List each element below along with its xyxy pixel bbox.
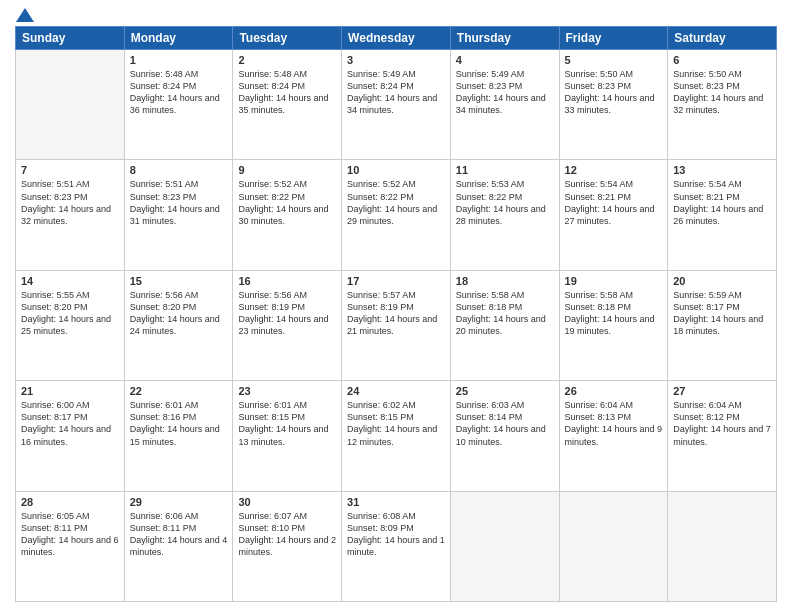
svg-marker-0 (16, 8, 34, 22)
calendar-table: SundayMondayTuesdayWednesdayThursdayFrid… (15, 26, 777, 602)
day-number: 8 (130, 164, 228, 176)
day-number: 17 (347, 275, 445, 287)
weekday-header-row: SundayMondayTuesdayWednesdayThursdayFrid… (16, 27, 777, 50)
page: SundayMondayTuesdayWednesdayThursdayFrid… (0, 0, 792, 612)
calendar-cell: 27 Sunrise: 6:04 AMSunset: 8:12 PMDaylig… (668, 381, 777, 491)
day-info: Sunrise: 6:04 AMSunset: 8:12 PMDaylight:… (673, 399, 771, 448)
day-info: Sunrise: 6:05 AMSunset: 8:11 PMDaylight:… (21, 510, 119, 559)
day-number: 20 (673, 275, 771, 287)
calendar-cell: 1 Sunrise: 5:48 AMSunset: 8:24 PMDayligh… (124, 50, 233, 160)
week-row-4: 28 Sunrise: 6:05 AMSunset: 8:11 PMDaylig… (16, 491, 777, 601)
day-info: Sunrise: 6:00 AMSunset: 8:17 PMDaylight:… (21, 399, 119, 448)
calendar-cell: 25 Sunrise: 6:03 AMSunset: 8:14 PMDaylig… (450, 381, 559, 491)
day-number: 6 (673, 54, 771, 66)
day-number: 21 (21, 385, 119, 397)
calendar-cell: 10 Sunrise: 5:52 AMSunset: 8:22 PMDaylig… (342, 160, 451, 270)
calendar-cell: 20 Sunrise: 5:59 AMSunset: 8:17 PMDaylig… (668, 270, 777, 380)
week-row-2: 14 Sunrise: 5:55 AMSunset: 8:20 PMDaylig… (16, 270, 777, 380)
calendar-cell: 30 Sunrise: 6:07 AMSunset: 8:10 PMDaylig… (233, 491, 342, 601)
calendar-cell: 9 Sunrise: 5:52 AMSunset: 8:22 PMDayligh… (233, 160, 342, 270)
weekday-header-tuesday: Tuesday (233, 27, 342, 50)
day-number: 12 (565, 164, 663, 176)
day-info: Sunrise: 5:49 AMSunset: 8:23 PMDaylight:… (456, 68, 554, 117)
calendar-cell: 15 Sunrise: 5:56 AMSunset: 8:20 PMDaylig… (124, 270, 233, 380)
calendar-cell: 7 Sunrise: 5:51 AMSunset: 8:23 PMDayligh… (16, 160, 125, 270)
calendar-cell: 18 Sunrise: 5:58 AMSunset: 8:18 PMDaylig… (450, 270, 559, 380)
weekday-header-monday: Monday (124, 27, 233, 50)
weekday-header-thursday: Thursday (450, 27, 559, 50)
day-info: Sunrise: 5:51 AMSunset: 8:23 PMDaylight:… (21, 178, 119, 227)
day-info: Sunrise: 5:51 AMSunset: 8:23 PMDaylight:… (130, 178, 228, 227)
calendar-cell: 17 Sunrise: 5:57 AMSunset: 8:19 PMDaylig… (342, 270, 451, 380)
day-info: Sunrise: 5:56 AMSunset: 8:19 PMDaylight:… (238, 289, 336, 338)
day-number: 7 (21, 164, 119, 176)
calendar-cell: 21 Sunrise: 6:00 AMSunset: 8:17 PMDaylig… (16, 381, 125, 491)
day-info: Sunrise: 5:48 AMSunset: 8:24 PMDaylight:… (130, 68, 228, 117)
calendar-cell: 8 Sunrise: 5:51 AMSunset: 8:23 PMDayligh… (124, 160, 233, 270)
day-number: 4 (456, 54, 554, 66)
day-info: Sunrise: 6:02 AMSunset: 8:15 PMDaylight:… (347, 399, 445, 448)
calendar-cell: 31 Sunrise: 6:08 AMSunset: 8:09 PMDaylig… (342, 491, 451, 601)
day-info: Sunrise: 5:48 AMSunset: 8:24 PMDaylight:… (238, 68, 336, 117)
day-number: 10 (347, 164, 445, 176)
week-row-1: 7 Sunrise: 5:51 AMSunset: 8:23 PMDayligh… (16, 160, 777, 270)
day-number: 28 (21, 496, 119, 508)
day-info: Sunrise: 5:56 AMSunset: 8:20 PMDaylight:… (130, 289, 228, 338)
day-number: 18 (456, 275, 554, 287)
day-number: 1 (130, 54, 228, 66)
day-info: Sunrise: 6:04 AMSunset: 8:13 PMDaylight:… (565, 399, 663, 448)
calendar-cell: 5 Sunrise: 5:50 AMSunset: 8:23 PMDayligh… (559, 50, 668, 160)
day-number: 22 (130, 385, 228, 397)
calendar-cell: 14 Sunrise: 5:55 AMSunset: 8:20 PMDaylig… (16, 270, 125, 380)
weekday-header-friday: Friday (559, 27, 668, 50)
day-info: Sunrise: 5:49 AMSunset: 8:24 PMDaylight:… (347, 68, 445, 117)
day-number: 2 (238, 54, 336, 66)
day-info: Sunrise: 6:01 AMSunset: 8:16 PMDaylight:… (130, 399, 228, 448)
calendar-cell: 24 Sunrise: 6:02 AMSunset: 8:15 PMDaylig… (342, 381, 451, 491)
day-number: 16 (238, 275, 336, 287)
week-row-3: 21 Sunrise: 6:00 AMSunset: 8:17 PMDaylig… (16, 381, 777, 491)
week-row-0: 1 Sunrise: 5:48 AMSunset: 8:24 PMDayligh… (16, 50, 777, 160)
day-number: 29 (130, 496, 228, 508)
weekday-header-wednesday: Wednesday (342, 27, 451, 50)
day-number: 14 (21, 275, 119, 287)
day-info: Sunrise: 6:07 AMSunset: 8:10 PMDaylight:… (238, 510, 336, 559)
day-info: Sunrise: 6:03 AMSunset: 8:14 PMDaylight:… (456, 399, 554, 448)
calendar-cell: 22 Sunrise: 6:01 AMSunset: 8:16 PMDaylig… (124, 381, 233, 491)
calendar-cell: 28 Sunrise: 6:05 AMSunset: 8:11 PMDaylig… (16, 491, 125, 601)
calendar-cell: 11 Sunrise: 5:53 AMSunset: 8:22 PMDaylig… (450, 160, 559, 270)
day-number: 13 (673, 164, 771, 176)
day-info: Sunrise: 5:54 AMSunset: 8:21 PMDaylight:… (673, 178, 771, 227)
calendar-cell: 12 Sunrise: 5:54 AMSunset: 8:21 PMDaylig… (559, 160, 668, 270)
day-info: Sunrise: 6:08 AMSunset: 8:09 PMDaylight:… (347, 510, 445, 559)
calendar-cell: 16 Sunrise: 5:56 AMSunset: 8:19 PMDaylig… (233, 270, 342, 380)
header (15, 10, 777, 20)
calendar-cell (16, 50, 125, 160)
day-info: Sunrise: 5:52 AMSunset: 8:22 PMDaylight:… (347, 178, 445, 227)
day-info: Sunrise: 5:55 AMSunset: 8:20 PMDaylight:… (21, 289, 119, 338)
day-info: Sunrise: 5:58 AMSunset: 8:18 PMDaylight:… (456, 289, 554, 338)
day-number: 24 (347, 385, 445, 397)
day-info: Sunrise: 6:01 AMSunset: 8:15 PMDaylight:… (238, 399, 336, 448)
day-number: 25 (456, 385, 554, 397)
day-number: 15 (130, 275, 228, 287)
calendar-cell: 23 Sunrise: 6:01 AMSunset: 8:15 PMDaylig… (233, 381, 342, 491)
day-number: 30 (238, 496, 336, 508)
day-info: Sunrise: 5:57 AMSunset: 8:19 PMDaylight:… (347, 289, 445, 338)
day-number: 9 (238, 164, 336, 176)
day-info: Sunrise: 5:50 AMSunset: 8:23 PMDaylight:… (565, 68, 663, 117)
day-info: Sunrise: 5:53 AMSunset: 8:22 PMDaylight:… (456, 178, 554, 227)
weekday-header-saturday: Saturday (668, 27, 777, 50)
day-number: 5 (565, 54, 663, 66)
day-number: 23 (238, 385, 336, 397)
calendar-cell (450, 491, 559, 601)
calendar-cell: 3 Sunrise: 5:49 AMSunset: 8:24 PMDayligh… (342, 50, 451, 160)
calendar-cell: 19 Sunrise: 5:58 AMSunset: 8:18 PMDaylig… (559, 270, 668, 380)
weekday-header-sunday: Sunday (16, 27, 125, 50)
logo-icon (16, 6, 34, 24)
calendar-cell: 29 Sunrise: 6:06 AMSunset: 8:11 PMDaylig… (124, 491, 233, 601)
day-number: 19 (565, 275, 663, 287)
calendar-cell: 26 Sunrise: 6:04 AMSunset: 8:13 PMDaylig… (559, 381, 668, 491)
day-info: Sunrise: 5:59 AMSunset: 8:17 PMDaylight:… (673, 289, 771, 338)
day-info: Sunrise: 5:54 AMSunset: 8:21 PMDaylight:… (565, 178, 663, 227)
